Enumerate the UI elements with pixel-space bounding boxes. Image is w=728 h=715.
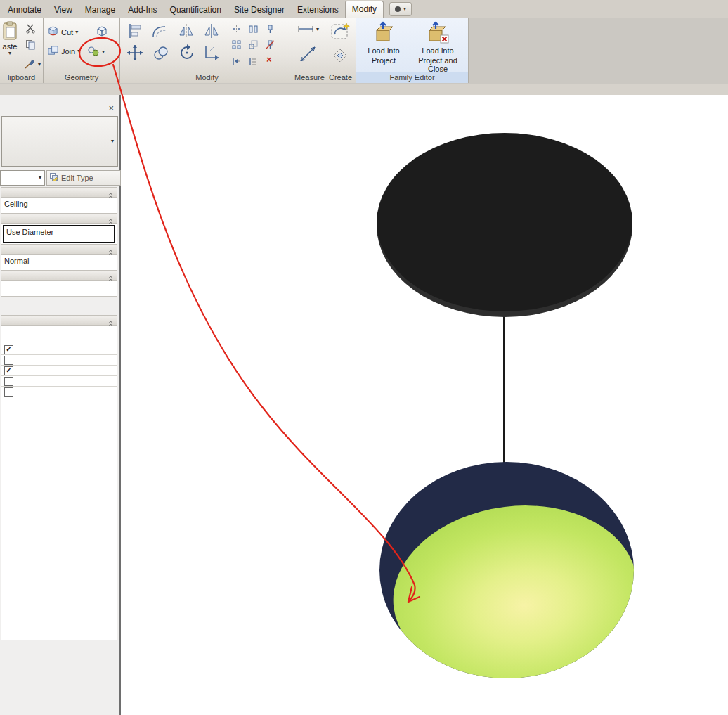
chevron-down-icon: ▾ [316, 27, 319, 32]
collapse-chevron-icon [108, 215, 114, 228]
panel-create: Create [325, 18, 356, 83]
mirror-pick-axis-icon [178, 22, 195, 41]
edit-type-label: Edit Type [61, 174, 93, 182]
edit-type-button[interactable]: Edit Type [46, 170, 121, 186]
close-icon[interactable]: × [108, 103, 114, 112]
split-with-gap-icon [248, 24, 259, 36]
property-row-normal[interactable]: Normal [1, 254, 117, 271]
section-header[interactable] [1, 270, 117, 281]
cut-clipboard-button[interactable] [25, 23, 36, 35]
property-row-host[interactable]: Ceiling [1, 197, 117, 214]
mirror-pick-axis-button[interactable] [178, 22, 195, 41]
copy-modify-button[interactable] [152, 45, 169, 63]
property-checkbox-4[interactable] [4, 387, 13, 397]
move-button[interactable] [126, 44, 144, 63]
panel-label-family-editor: Family Editor [356, 72, 468, 83]
cope-icon [96, 25, 108, 39]
rotate-button[interactable] [178, 44, 196, 63]
paste-icon [1, 21, 18, 42]
chevron-down-icon: ▾ [77, 49, 80, 54]
load-into-project-icon [373, 21, 394, 45]
load-into-project-and-close-button[interactable]: Load into Project and Close [410, 21, 466, 73]
panel-label-measure: Measure [294, 72, 325, 83]
trim-extend-multiple-button[interactable] [248, 56, 259, 68]
panel-geometry: Cut ▾ Join ▾ ▾ Geometry [44, 18, 120, 83]
pin-button[interactable] [265, 24, 275, 36]
load-into-project-line1: Load into [368, 46, 399, 55]
ribbon-display-toggle[interactable]: ▾ [389, 2, 412, 16]
grid-spacer [1, 297, 117, 316]
align-button[interactable] [126, 22, 143, 41]
trim-extend-corner-icon [203, 44, 221, 63]
offset-button[interactable] [151, 22, 168, 41]
measure-line-icon [297, 24, 314, 35]
ribbon: aste ▾ ▾ lipboard Cut ▾ [0, 18, 728, 84]
section-header[interactable] [1, 244, 117, 255]
collapse-chevron-icon [108, 317, 114, 330]
chevron-down-icon: ▾ [39, 175, 41, 181]
trim-extend-single-icon [231, 56, 242, 68]
copy-clipboard-button[interactable] [25, 39, 36, 51]
match-type-button[interactable]: ▾ [24, 58, 41, 71]
create-group-button[interactable] [330, 21, 351, 44]
checkbox-row: ✓ [1, 366, 117, 376]
unpin-icon [265, 39, 275, 51]
tab-manage[interactable]: Manage [79, 2, 122, 18]
edit-type-icon [50, 173, 58, 183]
property-checkbox-2[interactable]: ✓ [4, 366, 13, 375]
mirror-draw-axis-icon [203, 22, 220, 41]
split-with-gap-button[interactable] [248, 24, 259, 36]
panel-measure: ▾ Measure [294, 18, 325, 83]
load-into-project-button[interactable]: Load into Project [359, 21, 408, 65]
tab-add-ins[interactable]: Add-Ins [122, 2, 163, 18]
property-checkbox-1[interactable] [4, 356, 13, 365]
split-element-button[interactable] [231, 24, 242, 36]
trim-extend-corner-button[interactable] [203, 44, 221, 63]
paint-button[interactable]: ▾ [87, 46, 105, 58]
mirror-draw-axis-button[interactable] [203, 22, 220, 41]
tab-annotate[interactable]: Annotate [1, 2, 48, 18]
array-button[interactable] [231, 39, 242, 51]
section-header[interactable] [1, 315, 117, 326]
trim-extend-single-button[interactable] [231, 56, 242, 68]
chevron-down-icon: ▾ [111, 139, 114, 144]
measure-between-refs-button[interactable]: ▾ [297, 24, 319, 35]
property-checkbox-3[interactable] [4, 377, 13, 386]
pin-icon [265, 24, 275, 36]
rotate-icon [178, 44, 196, 63]
tab-view[interactable]: View [48, 2, 79, 18]
section-header[interactable] [1, 213, 117, 224]
property-checkbox-0[interactable]: ✓ [4, 345, 13, 354]
cope-button[interactable] [96, 25, 108, 39]
tab-site-designer[interactable]: Site Designer [228, 2, 291, 18]
tab-extensions[interactable]: Extensions [291, 2, 345, 18]
paint-icon [87, 46, 100, 58]
chevron-down-icon: ▾ [102, 49, 105, 55]
property-row-empty[interactable] [1, 280, 117, 297]
drawing-area[interactable] [121, 95, 728, 715]
load-close-line1: Load into [422, 46, 453, 55]
paste-button[interactable]: aste ▾ [0, 21, 20, 56]
type-selector[interactable]: ▾ [1, 116, 118, 167]
measure-along-element-button[interactable] [299, 45, 317, 65]
panel-label-clipboard: lipboard [0, 72, 43, 83]
collapse-chevron-icon [108, 272, 114, 285]
ribbon-toggle-icon [395, 6, 401, 12]
ribbon-tab-bar: AnnotateViewManageAdd-InsQuantificationS… [0, 0, 728, 19]
copy-icon [25, 39, 36, 51]
checkbox-section: ✓ ✓ [1, 325, 117, 640]
section-header[interactable] [1, 187, 117, 198]
panel-modify: × Modify [120, 18, 294, 83]
property-value-selected[interactable]: Use Diameter [3, 225, 115, 243]
tab-quantification[interactable]: Quantification [164, 2, 228, 18]
join-button[interactable]: Join ▾ [47, 44, 80, 58]
cut-geometry-button[interactable]: Cut ▾ [47, 25, 78, 39]
create-similar-button[interactable] [332, 48, 348, 65]
property-value: Ceiling [4, 200, 28, 208]
array-icon [231, 39, 242, 51]
search-combo[interactable]: ▾ [0, 170, 45, 186]
delete-button[interactable]: × [266, 55, 272, 64]
tab-modify[interactable]: Modify [345, 1, 384, 18]
unpin-button[interactable] [265, 39, 275, 51]
scale-button[interactable] [248, 39, 259, 51]
